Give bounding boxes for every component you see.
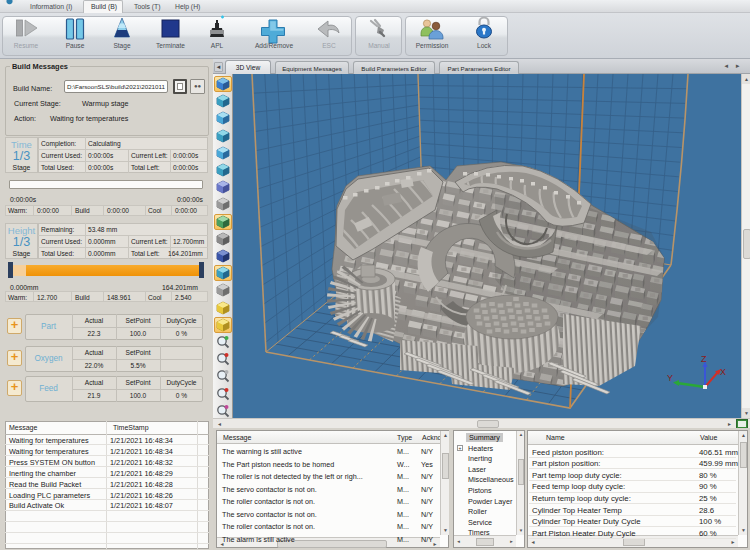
svg-text:X: X [720,367,726,377]
svg-text:Z: Z [701,354,707,364]
svg-text:Y: Y [667,373,673,383]
